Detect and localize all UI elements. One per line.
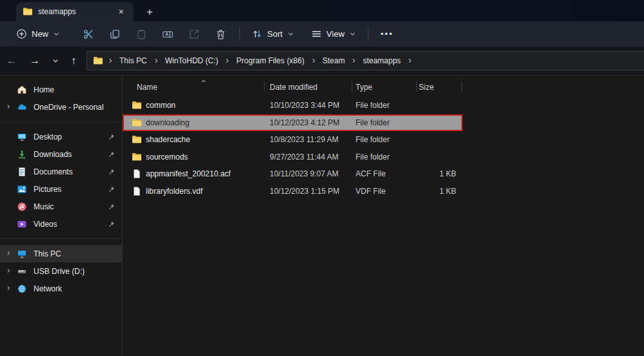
breadcrumb-chevron-icon[interactable]: [224, 58, 230, 64]
command-toolbar: New Sort View •••: [0, 21, 644, 47]
tab-steamapps[interactable]: steamapps ×: [16, 2, 134, 21]
file-date-modified: 10/8/2023 11:29 AM: [270, 135, 339, 144]
clipboard-buttons: [75, 25, 234, 44]
column-divider[interactable]: [461, 82, 462, 92]
toolbar-divider: [239, 26, 240, 41]
sidebar-item-pictures[interactable]: Pictures: [0, 180, 122, 198]
cut-button[interactable]: [75, 25, 101, 44]
file-date-modified: 10/11/2023 9:07 AM: [270, 169, 339, 178]
sidebar-item-documents[interactable]: Documents: [0, 163, 122, 180]
chevron-down-icon: [349, 30, 356, 37]
column-divider[interactable]: [264, 82, 265, 92]
rename-button[interactable]: [154, 25, 181, 44]
file-icon: [132, 169, 142, 179]
sidebar-item-music[interactable]: Music: [0, 198, 122, 215]
column-header-size[interactable]: Size: [419, 83, 434, 92]
sidebar-item-onedrive-personal[interactable]: OneDrive - Personal: [0, 98, 122, 116]
share-icon: [188, 28, 200, 40]
file-row-libraryfolders-vdf[interactable]: libraryfolders.vdf10/12/2023 1:15 PMVDF …: [123, 183, 463, 200]
file-explorer-window: steamapps × + New Sort View ••• ← →: [0, 0, 644, 356]
file-type: File folder: [356, 118, 390, 127]
breadcrumb-chevron-icon[interactable]: [107, 58, 114, 64]
expand-chevron-icon[interactable]: [0, 103, 17, 112]
view-button[interactable]: View: [305, 25, 362, 43]
sort-button-label: Sort: [267, 29, 283, 39]
breadcrumb-item[interactable]: WinToHDD (C:): [162, 54, 222, 67]
column-header-date-modified[interactable]: Date modified: [270, 83, 317, 92]
file-rows: common10/10/2023 3:44 PMFile folderdownl…: [123, 97, 471, 200]
folder-icon: [132, 118, 142, 128]
file-row-appmanifest-200210-acf[interactable]: appmanifest_200210.acf10/11/2023 9:07 AM…: [123, 165, 463, 183]
new-tab-button[interactable]: +: [146, 6, 153, 17]
paste-button[interactable]: [128, 25, 154, 44]
breadcrumb-item[interactable]: steamapps: [359, 54, 404, 67]
sidebar-item-label: Desktop: [34, 132, 62, 141]
back-button[interactable]: ←: [0, 54, 23, 67]
column-divider[interactable]: [352, 82, 352, 92]
expand-chevron-icon[interactable]: [0, 284, 17, 293]
chevron-down-icon: [287, 30, 294, 37]
usb-icon: [17, 266, 27, 277]
sort-ascending-icon: [200, 78, 207, 85]
file-name: common: [146, 101, 176, 110]
address-row: ← → ↑ This PCWinToHDD (C:)Program Files …: [0, 47, 644, 76]
breadcrumb[interactable]: This PCWinToHDD (C:)Program Files (x86)S…: [86, 51, 644, 70]
recent-locations-chevron-icon[interactable]: [52, 57, 59, 65]
breadcrumb-item[interactable]: This PC: [116, 54, 150, 67]
expand-chevron-icon[interactable]: [0, 267, 17, 276]
onedrive-icon: [17, 102, 27, 112]
sidebar-separator: [0, 238, 122, 239]
sort-button[interactable]: Sort: [246, 25, 300, 43]
column-header-name[interactable]: Name: [137, 83, 157, 92]
desktop-icon: [17, 132, 27, 142]
expand-chevron-icon[interactable]: [0, 249, 17, 258]
view-button-label: View: [327, 29, 345, 39]
more-options-button[interactable]: •••: [374, 26, 400, 42]
breadcrumb-item[interactable]: Steam: [319, 54, 348, 67]
copy-button[interactable]: [101, 25, 128, 44]
forward-button[interactable]: →: [23, 54, 46, 67]
sidebar-item-label: Downloads: [34, 150, 72, 159]
file-date-modified: 10/12/2023 1:15 PM: [270, 187, 339, 196]
new-button-label: New: [32, 29, 48, 39]
breadcrumb-chevron-icon[interactable]: [407, 58, 413, 64]
sidebar-item-videos[interactable]: Videos: [0, 215, 122, 233]
breadcrumb-chevron-icon[interactable]: [153, 58, 159, 64]
sidebar-item-this-pc[interactable]: This PC: [0, 245, 122, 262]
column-divider[interactable]: [416, 82, 417, 92]
file-row-shadercache[interactable]: shadercache10/8/2023 11:29 AMFile folder: [123, 131, 463, 149]
sidebar-item-network[interactable]: Network: [0, 280, 122, 297]
sidebar-item-label: Network: [34, 284, 62, 293]
file-row-common[interactable]: common10/10/2023 3:44 PMFile folder: [123, 97, 463, 114]
file-row-downloading[interactable]: downloading10/12/2023 4:12 PMFile folder: [123, 114, 463, 132]
sidebar-item-label: This PC: [34, 249, 61, 258]
file-name: shadercache: [146, 135, 190, 144]
sidebar-item-home[interactable]: Home: [0, 81, 122, 98]
sidebar-item-label: Videos: [34, 220, 57, 229]
breadcrumb-item[interactable]: Program Files (x86): [233, 54, 307, 67]
sort-arrows-icon: [252, 28, 263, 39]
tab-label: steamapps: [38, 7, 76, 16]
share-button[interactable]: [181, 25, 207, 44]
file-row-sourcemods[interactable]: sourcemods9/27/2023 11:44 AMFile folder: [123, 149, 463, 166]
file-type: File folder: [356, 101, 390, 110]
pin-icon: [107, 168, 115, 176]
breadcrumb-chevron-icon[interactable]: [310, 58, 317, 64]
column-header-type[interactable]: Type: [356, 83, 372, 92]
sidebar-item-usb-drive-d[interactable]: USB Drive (D:): [0, 262, 122, 280]
file-date-modified: 10/10/2023 3:44 PM: [270, 101, 339, 110]
breadcrumb-chevron-icon[interactable]: [350, 58, 357, 64]
sidebar-item-downloads[interactable]: Downloads: [0, 145, 122, 163]
file-name: downloading: [146, 118, 189, 127]
cut-icon: [83, 28, 94, 40]
toolbar-divider: [368, 26, 368, 41]
close-tab-icon[interactable]: ×: [116, 6, 127, 17]
videos-icon: [17, 219, 27, 229]
folder-icon: [132, 152, 142, 162]
pin-icon: [107, 133, 115, 141]
file-size: 1 KB: [401, 187, 456, 196]
new-button[interactable]: New: [10, 25, 66, 43]
delete-button[interactable]: [207, 25, 234, 44]
sidebar-item-desktop[interactable]: Desktop: [0, 128, 122, 145]
up-button[interactable]: ↑: [65, 54, 83, 67]
